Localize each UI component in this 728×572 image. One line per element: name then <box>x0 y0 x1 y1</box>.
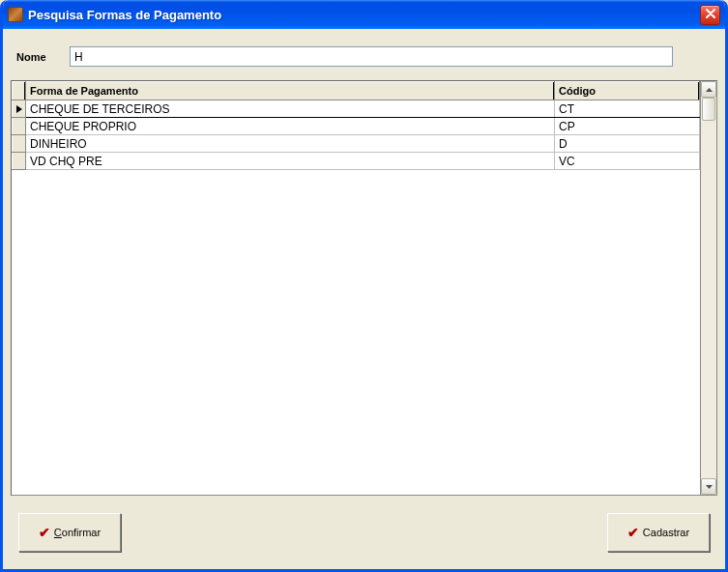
cell-name[interactable]: CHEQUE PROPRIO <box>26 118 555 135</box>
scroll-up-button[interactable] <box>701 81 716 98</box>
window-title: Pesquisa Formas de Pagamento <box>28 8 700 22</box>
grid-header-row: Forma de Pagamento Código <box>13 82 700 100</box>
grid-header-code[interactable]: Código <box>555 82 700 100</box>
search-label: Nome <box>16 51 70 63</box>
register-button[interactable]: ✔ Cadastrar <box>607 513 710 552</box>
grid-inner: Forma de Pagamento Código CHEQUE DE TERC… <box>12 81 700 495</box>
scroll-down-button[interactable] <box>701 478 716 495</box>
cell-name[interactable]: CHEQUE DE TERCEIROS <box>26 100 555 118</box>
search-row: Nome <box>11 37 717 80</box>
scroll-thumb[interactable] <box>702 98 715 121</box>
check-icon: ✔ <box>627 525 639 540</box>
chevron-down-icon <box>706 482 713 491</box>
confirm-button[interactable]: ✔ Confirmar <box>18 513 121 552</box>
close-button[interactable] <box>700 5 720 25</box>
row-indicator <box>13 118 26 135</box>
dialog-window: Pesquisa Formas de Pagamento Nome <box>0 0 728 572</box>
check-icon: ✔ <box>39 525 50 540</box>
table-row[interactable]: CHEQUE DE TERCEIROSCT <box>13 100 700 118</box>
cell-code[interactable]: CT <box>555 100 700 118</box>
register-label: Cadastrar <box>643 527 689 538</box>
row-indicator <box>13 153 26 170</box>
search-input[interactable] <box>70 46 673 67</box>
titlebar[interactable]: Pesquisa Formas de Pagamento <box>3 0 725 29</box>
current-row-icon <box>16 105 22 113</box>
row-indicator <box>13 100 26 118</box>
results-grid: Forma de Pagamento Código CHEQUE DE TERC… <box>11 80 717 496</box>
table-row[interactable]: DINHEIROD <box>13 135 700 153</box>
table-row[interactable]: VD CHQ PREVC <box>13 153 700 170</box>
row-indicator <box>13 135 26 153</box>
cell-code[interactable]: D <box>555 135 700 153</box>
cell-name[interactable]: DINHEIRO <box>26 135 555 153</box>
chevron-up-icon <box>706 85 713 94</box>
footer-bar: ✔ Confirmar ✔ Cadastrar <box>11 503 717 561</box>
cell-name[interactable]: VD CHQ PRE <box>26 153 555 170</box>
vertical-scrollbar[interactable] <box>700 81 716 495</box>
grid-table[interactable]: Forma de Pagamento Código CHEQUE DE TERC… <box>12 81 700 170</box>
grid-header-indicator <box>13 82 26 100</box>
cell-code[interactable]: VC <box>555 153 700 170</box>
dialog-body: Nome Forma de Pagamento Código <box>3 29 725 569</box>
cell-code[interactable]: CP <box>555 118 700 135</box>
close-icon <box>706 8 715 21</box>
grid-header-name[interactable]: Forma de Pagamento <box>26 82 555 100</box>
app-icon <box>8 7 23 22</box>
scroll-track[interactable] <box>701 98 716 478</box>
confirm-label: Confirmar <box>54 527 101 538</box>
table-row[interactable]: CHEQUE PROPRIOCP <box>13 118 700 135</box>
